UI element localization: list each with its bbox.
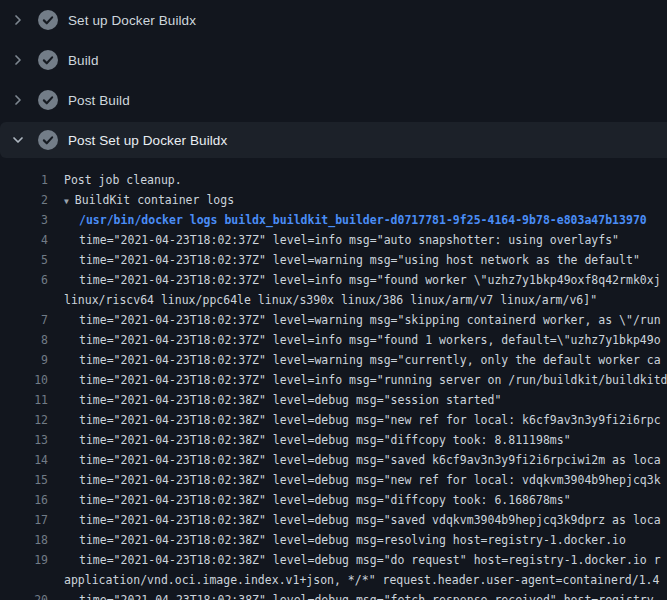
- log-text: time="2021-04-23T18:02:37Z" level=warnin…: [79, 253, 640, 267]
- log-line: 10 time="2021-04-23T18:02:37Z" level=inf…: [0, 370, 667, 390]
- line-number-link[interactable]: 20: [0, 593, 48, 600]
- log-text: time="2021-04-23T18:02:37Z" level=info m…: [79, 333, 661, 347]
- log-line: 12 time="2021-04-23T18:02:38Z" level=deb…: [0, 410, 667, 430]
- line-number-link[interactable]: 6: [0, 273, 48, 287]
- step-label: Post Build: [68, 93, 130, 108]
- log-group-toggle[interactable]: ▼BuildKit container logs: [64, 193, 234, 207]
- chevron-right-icon: [10, 12, 26, 28]
- log-text: time="2021-04-23T18:02:38Z" level=debug …: [79, 533, 626, 547]
- line-number-link[interactable]: 19: [0, 553, 48, 567]
- step-label: Set up Docker Buildx: [68, 13, 196, 28]
- line-number-link[interactable]: 7: [0, 313, 48, 327]
- log-line: 5 time="2021-04-23T18:02:37Z" level=warn…: [0, 250, 667, 270]
- log-line: 8 time="2021-04-23T18:02:37Z" level=info…: [0, 330, 667, 350]
- line-number-link[interactable]: 11: [0, 393, 48, 407]
- step-row-post-set-up-docker-buildx[interactable]: Post Set up Docker Buildx: [0, 120, 667, 160]
- line-number-link[interactable]: 2: [0, 193, 48, 207]
- chevron-down-icon: [10, 132, 26, 148]
- step-label: Post Set up Docker Buildx: [68, 133, 227, 148]
- check-circle-icon: [38, 10, 58, 30]
- group-collapse-triangle-icon: ▼: [64, 196, 69, 205]
- check-circle-icon: [38, 130, 58, 150]
- line-number-link[interactable]: 14: [0, 453, 48, 467]
- line-number-link[interactable]: 12: [0, 413, 48, 427]
- line-number-link[interactable]: 8: [0, 333, 48, 347]
- log-text: time="2021-04-23T18:02:37Z" level=info m…: [79, 273, 661, 287]
- step-row-build[interactable]: Build: [0, 40, 667, 80]
- log-area: 1 Post job cleanup. 2 ▼BuildKit containe…: [0, 160, 667, 600]
- step-label: Build: [68, 53, 99, 68]
- log-line: 1 Post job cleanup.: [0, 170, 667, 190]
- log-text: time="2021-04-23T18:02:37Z" level=warnin…: [79, 353, 661, 367]
- log-line: linux/riscv64 linux/ppc64le linux/s390x …: [0, 290, 667, 310]
- log-text: time="2021-04-23T18:02:37Z" level=info m…: [79, 373, 667, 387]
- log-line: 14 time="2021-04-23T18:02:38Z" level=deb…: [0, 450, 667, 470]
- chevron-right-icon: [10, 92, 26, 108]
- chevron-right-icon: [10, 52, 26, 68]
- check-circle-icon: [38, 90, 58, 110]
- log-text: time="2021-04-23T18:02:38Z" level=debug …: [79, 433, 571, 447]
- step-row-post-build[interactable]: Post Build: [0, 80, 667, 120]
- log-line: 16 time="2021-04-23T18:02:38Z" level=deb…: [0, 490, 667, 510]
- log-line: 11 time="2021-04-23T18:02:38Z" level=deb…: [0, 390, 667, 410]
- log-line: 19 time="2021-04-23T18:02:38Z" level=deb…: [0, 550, 667, 570]
- group-title: BuildKit container logs: [75, 193, 234, 207]
- line-number-link[interactable]: 16: [0, 493, 48, 507]
- log-line: 2 ▼BuildKit container logs: [0, 190, 667, 210]
- log-text: time="2021-04-23T18:02:37Z" level=warnin…: [79, 313, 661, 327]
- log-text: time="2021-04-23T18:02:38Z" level=debug …: [79, 453, 661, 467]
- line-number-link[interactable]: 5: [0, 253, 48, 267]
- line-number-link[interactable]: 1: [0, 173, 48, 187]
- log-text: time="2021-04-23T18:02:38Z" level=debug …: [79, 593, 661, 600]
- line-number-link[interactable]: 3: [0, 213, 48, 227]
- log-line: 3 /usr/bin/docker logs buildx_buildkit_b…: [0, 210, 667, 230]
- log-line: application/vnd.oci.image.index.v1+json,…: [0, 570, 667, 590]
- log-text: time="2021-04-23T18:02:37Z" level=info m…: [79, 233, 619, 247]
- log-text: time="2021-04-23T18:02:38Z" level=debug …: [79, 473, 661, 487]
- log-text: time="2021-04-23T18:02:38Z" level=debug …: [79, 553, 661, 567]
- log-text: time="2021-04-23T18:02:38Z" level=debug …: [79, 513, 661, 527]
- log-text: time="2021-04-23T18:02:38Z" level=debug …: [79, 393, 501, 407]
- check-circle-icon: [38, 50, 58, 70]
- log-line: 7 time="2021-04-23T18:02:37Z" level=warn…: [0, 310, 667, 330]
- log-line: 9 time="2021-04-23T18:02:37Z" level=warn…: [0, 350, 667, 370]
- log-line: 20 time="2021-04-23T18:02:38Z" level=deb…: [0, 590, 667, 600]
- log-line: 18 time="2021-04-23T18:02:38Z" level=deb…: [0, 530, 667, 550]
- line-number-link[interactable]: 13: [0, 433, 48, 447]
- line-number-link[interactable]: 17: [0, 513, 48, 527]
- log-text: application/vnd.oci.image.index.v1+json,…: [64, 573, 659, 587]
- line-number-link[interactable]: 9: [0, 353, 48, 367]
- log-line: 4 time="2021-04-23T18:02:37Z" level=info…: [0, 230, 667, 250]
- log-text: time="2021-04-23T18:02:38Z" level=debug …: [79, 493, 571, 507]
- log-line: 13 time="2021-04-23T18:02:38Z" level=deb…: [0, 430, 667, 450]
- log-line: 6 time="2021-04-23T18:02:37Z" level=info…: [0, 270, 667, 290]
- log-line: 15 time="2021-04-23T18:02:38Z" level=deb…: [0, 470, 667, 490]
- line-number-link[interactable]: 10: [0, 373, 48, 387]
- actions-log-viewer: Set up Docker Buildx Build Post Build Po…: [0, 0, 667, 600]
- log-text: time="2021-04-23T18:02:38Z" level=debug …: [79, 413, 661, 427]
- log-text: /usr/bin/docker logs buildx_buildkit_bui…: [79, 213, 647, 227]
- log-text: linux/riscv64 linux/ppc64le linux/s390x …: [64, 293, 597, 307]
- steps-list: Set up Docker Buildx Build Post Build Po…: [0, 0, 667, 160]
- step-row-set-up-docker-buildx[interactable]: Set up Docker Buildx: [0, 0, 667, 40]
- log-text: Post job cleanup.: [64, 173, 182, 187]
- line-number-link[interactable]: 18: [0, 533, 48, 547]
- line-number-link[interactable]: 4: [0, 233, 48, 247]
- log-line: 17 time="2021-04-23T18:02:38Z" level=deb…: [0, 510, 667, 530]
- line-number-link[interactable]: 15: [0, 473, 48, 487]
